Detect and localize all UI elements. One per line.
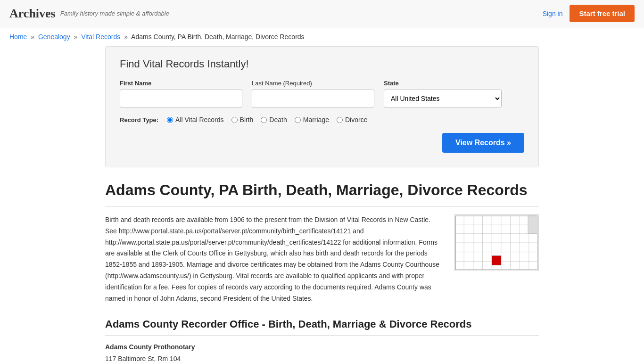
site-logo: Archives [9, 7, 56, 21]
search-box-title: Find Vital Records Instantly! [120, 58, 524, 70]
radio-death-input[interactable] [261, 117, 267, 123]
search-box: Find Vital Records Instantly! First Name… [105, 46, 539, 167]
radio-all-vital-label: All Vital Records [175, 116, 223, 123]
page-description: Birth and death records are available fr… [105, 214, 440, 304]
first-name-label: First Name [120, 80, 242, 87]
pa-map-image [454, 214, 539, 271]
content-section: Birth and death records are available fr… [105, 214, 539, 304]
radio-marriage-label: Marriage [303, 116, 329, 123]
header-left: Archives Family history made simple & af… [9, 7, 169, 21]
radio-birth-input[interactable] [231, 117, 238, 123]
office-address: 117 Baltimore St, Rm 104 Gettysburg, PA … [105, 354, 539, 362]
first-name-group: First Name [120, 80, 242, 107]
page-title: Adams County, PA Birth, Death, Marriage,… [105, 181, 539, 207]
radio-marriage-input[interactable] [295, 117, 301, 123]
breadcrumb-sep-3: » [124, 33, 128, 41]
radio-all-vital[interactable]: All Vital Records [167, 116, 223, 123]
radio-death-label: Death [269, 116, 287, 123]
office-address-line1: 117 Baltimore St, Rm 104 [105, 355, 181, 362]
start-trial-button[interactable]: Start free trial [570, 5, 635, 22]
breadcrumb-home[interactable]: Home [9, 33, 27, 41]
breadcrumb-genealogy[interactable]: Genealogy [38, 33, 70, 41]
radio-divorce[interactable]: Divorce [337, 116, 367, 123]
svg-rect-14 [492, 256, 501, 265]
form-fields-row: First Name Last Name (Required) State Al… [120, 80, 524, 107]
office-name: Adams County Prothonotary [105, 343, 539, 351]
site-header: Archives Family history made simple & af… [0, 0, 644, 27]
radio-group: All Vital Records Birth Death Marriage D… [167, 116, 367, 123]
state-select[interactable]: All United States [384, 90, 502, 107]
pa-map-svg [454, 215, 538, 271]
breadcrumb-sep-1: » [31, 33, 34, 41]
header-right: Sign in Start free trial [543, 5, 635, 22]
radio-birth-label: Birth [240, 116, 254, 123]
sub-heading: Adams County Recorder Office - Birth, De… [105, 318, 539, 336]
radio-divorce-input[interactable] [337, 117, 343, 123]
sign-in-link[interactable]: Sign in [543, 10, 563, 17]
last-name-input[interactable] [252, 90, 374, 107]
svg-marker-15 [528, 216, 537, 233]
breadcrumb: Home » Genealogy » Vital Records » Adams… [0, 27, 644, 46]
last-name-label: Last Name (Required) [252, 80, 374, 87]
view-records-button[interactable]: View Records » [442, 133, 524, 153]
breadcrumb-vital-records[interactable]: Vital Records [81, 33, 120, 41]
radio-death[interactable]: Death [261, 116, 287, 123]
last-name-group: Last Name (Required) [252, 80, 374, 107]
first-name-input[interactable] [120, 90, 242, 107]
breadcrumb-sep-2: » [74, 33, 78, 41]
state-group: State All United States [384, 80, 502, 107]
radio-birth[interactable]: Birth [231, 116, 254, 123]
radio-marriage[interactable]: Marriage [295, 116, 329, 123]
breadcrumb-current: Adams County, PA Birth, Death, Marriage,… [131, 33, 305, 41]
site-tagline: Family history made simple & affordable [60, 10, 169, 17]
radio-divorce-label: Divorce [345, 116, 367, 123]
state-label: State [384, 80, 502, 87]
main-content: Find Vital Records Instantly! First Name… [96, 46, 548, 362]
record-type-row: Record Type: All Vital Records Birth Dea… [120, 116, 524, 123]
record-type-label: Record Type: [120, 116, 158, 123]
radio-all-vital-input[interactable] [167, 117, 173, 123]
